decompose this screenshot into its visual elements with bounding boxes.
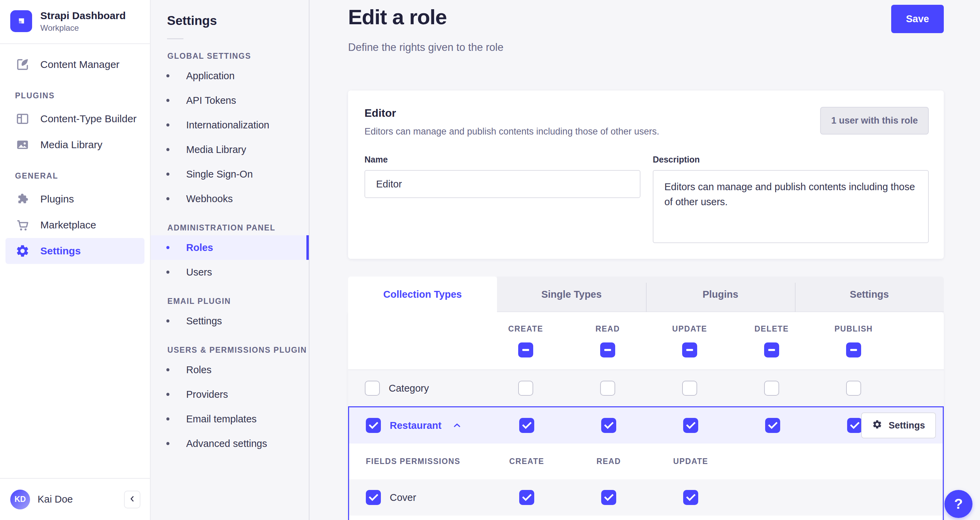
cover-create-checkbox[interactable] xyxy=(519,490,534,505)
role-description-text: Editors can manage and publish contents … xyxy=(364,126,659,137)
permissions-table: CREATE READ UPDATE DELETE PUBLISH xyxy=(348,312,944,520)
puzzle-icon xyxy=(15,192,30,207)
avatar[interactable]: KD xyxy=(10,490,30,509)
main-content: Edit a role Save Define the rights given… xyxy=(309,0,980,520)
select-all-delete-checkbox[interactable] xyxy=(764,342,779,358)
subnav-item-label: Application xyxy=(186,70,235,82)
restaurant-read-checkbox[interactable] xyxy=(601,418,616,433)
description-field-label: Description xyxy=(653,155,929,165)
restaurant-publish-checkbox[interactable] xyxy=(847,418,862,433)
restaurant-expanded-section: Restaurant Setting xyxy=(348,406,944,520)
sidebar-footer: KD Kai Doe xyxy=(0,478,150,520)
subnav-item-label: Roles xyxy=(186,242,213,253)
subnav-item-label: Media Library xyxy=(186,144,246,155)
subnav-item-media-library[interactable]: Media Library xyxy=(151,137,309,162)
restaurant-update-checkbox[interactable] xyxy=(683,418,698,433)
restaurant-create-checkbox[interactable] xyxy=(519,418,534,433)
table-row-restaurant: Restaurant Setting xyxy=(349,407,943,444)
help-button[interactable]: ? xyxy=(945,490,972,518)
fields-column-update: UPDATE xyxy=(650,457,732,466)
subnav-item-up-providers[interactable]: Providers xyxy=(151,382,309,407)
main-nav: Content Manager PLUGINS Content-Type Bui… xyxy=(0,44,150,478)
row-label[interactable]: Cover xyxy=(390,492,416,503)
tab-collection-types[interactable]: Collection Types xyxy=(348,277,497,312)
select-all-publish-checkbox[interactable] xyxy=(846,342,861,358)
subnav-item-label: Settings xyxy=(186,315,222,327)
cover-row-checkbox[interactable] xyxy=(366,490,381,505)
chevron-up-icon[interactable] xyxy=(452,420,462,431)
sidebar-item-label: Marketplace xyxy=(40,219,96,231)
category-row-checkbox[interactable] xyxy=(365,381,380,396)
page-title: Edit a role xyxy=(348,5,447,29)
gear-icon xyxy=(15,243,30,258)
subnav-item-label: Email templates xyxy=(186,413,256,425)
collapse-sidebar-button[interactable] xyxy=(124,491,140,508)
subnav-item-admin-users[interactable]: Users xyxy=(151,260,309,285)
subnav-item-up-email-templates[interactable]: Email templates xyxy=(151,407,309,431)
subnav-item-up-roles[interactable]: Roles xyxy=(151,358,309,382)
user-name: Kai Doe xyxy=(38,494,116,505)
subnav-divider xyxy=(167,38,183,39)
main-sidebar: Strapi Dashboard Workplace Content Manag… xyxy=(0,0,151,520)
subnav-item-webhooks[interactable]: Webhooks xyxy=(151,186,309,211)
subnav-item-internationalization[interactable]: Internationalization xyxy=(151,113,309,137)
sidebar-item-settings[interactable]: Settings xyxy=(5,238,145,264)
fields-column-read: READ xyxy=(568,457,650,466)
column-header-create: CREATE xyxy=(508,324,543,334)
subnav-item-label: Providers xyxy=(186,389,228,400)
select-all-create-checkbox[interactable] xyxy=(518,342,533,358)
category-update-checkbox[interactable] xyxy=(682,381,697,396)
cover-update-checkbox[interactable] xyxy=(683,490,698,505)
row-label[interactable]: Restaurant xyxy=(390,420,442,431)
layout-grid-icon xyxy=(15,111,30,126)
fields-column-create: CREATE xyxy=(486,457,568,466)
subnav-item-application[interactable]: Application xyxy=(151,64,309,88)
permissions-tabbar: Collection Types Single Types Plugins Se… xyxy=(348,277,944,312)
sidebar-item-label: Plugins xyxy=(40,193,74,205)
sidebar-item-label: Content Manager xyxy=(40,59,119,70)
sidebar-item-content-manager[interactable]: Content Manager xyxy=(5,52,145,78)
sidebar-item-label: Content-Type Builder xyxy=(40,113,137,125)
subnav-item-label: Single Sign-On xyxy=(186,169,253,180)
row-label[interactable]: Category xyxy=(389,383,429,394)
subnav-item-label: Internationalization xyxy=(186,119,269,131)
restaurant-delete-checkbox[interactable] xyxy=(765,418,780,433)
gear-icon xyxy=(872,419,882,432)
subnav-item-label: Roles xyxy=(186,364,212,375)
brand[interactable]: Strapi Dashboard Workplace xyxy=(0,0,150,44)
tab-settings[interactable]: Settings xyxy=(795,277,944,312)
sidebar-item-marketplace[interactable]: Marketplace xyxy=(5,212,145,238)
description-textarea[interactable]: Editors can manage and publish contents … xyxy=(653,170,929,243)
table-row-category: Category xyxy=(348,370,944,406)
subnav-item-label: Advanced settings xyxy=(186,438,267,449)
tab-plugins[interactable]: Plugins xyxy=(646,277,795,312)
name-input[interactable] xyxy=(364,170,641,198)
subnav-section-global-settings: GLOBAL SETTINGS xyxy=(167,52,309,61)
users-with-role-button[interactable]: 1 user with this role xyxy=(820,107,929,135)
sidebar-item-media-library[interactable]: Media Library xyxy=(5,132,145,158)
subnav-item-up-advanced-settings[interactable]: Advanced settings xyxy=(151,431,309,456)
subnav-item-single-sign-on[interactable]: Single Sign-On xyxy=(151,162,309,186)
sidebar-item-plugins[interactable]: Plugins xyxy=(5,186,145,212)
cover-read-checkbox[interactable] xyxy=(601,490,616,505)
select-all-update-checkbox[interactable] xyxy=(682,342,697,358)
sidebar-item-content-type-builder[interactable]: Content-Type Builder xyxy=(5,106,145,132)
category-delete-checkbox[interactable] xyxy=(764,381,779,396)
fields-permissions-header: FIELDS PERMISSIONS CREATE READ UPDATE xyxy=(349,444,943,479)
subnav-section-administration-panel: ADMINISTRATION PANEL xyxy=(167,223,309,232)
restaurant-settings-button[interactable]: Settings xyxy=(861,412,936,438)
save-button[interactable]: Save xyxy=(891,5,944,33)
select-all-read-checkbox[interactable] xyxy=(600,342,615,358)
nav-section-general: GENERAL xyxy=(15,172,150,181)
subnav-item-label: Webhooks xyxy=(186,193,233,205)
restaurant-row-checkbox[interactable] xyxy=(366,418,381,433)
subnav-item-api-tokens[interactable]: API Tokens xyxy=(151,88,309,113)
tab-single-types[interactable]: Single Types xyxy=(497,277,646,312)
subnav-item-label: Users xyxy=(186,267,212,278)
category-publish-checkbox[interactable] xyxy=(846,381,861,396)
subnav-item-admin-roles[interactable]: Roles xyxy=(151,235,309,260)
role-name-heading: Editor xyxy=(364,107,659,119)
category-create-checkbox[interactable] xyxy=(518,381,533,396)
subnav-item-email-settings[interactable]: Settings xyxy=(151,309,309,333)
category-read-checkbox[interactable] xyxy=(600,381,615,396)
